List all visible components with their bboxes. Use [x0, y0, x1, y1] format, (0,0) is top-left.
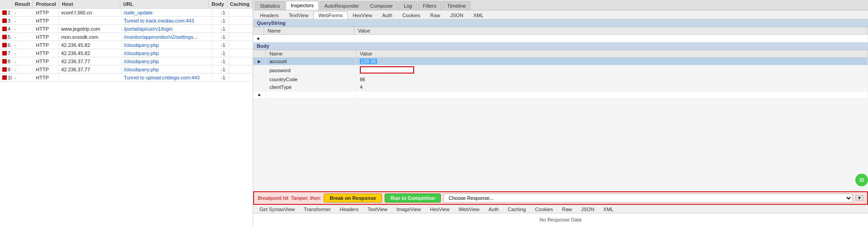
response-tab-headers[interactable]: Headers — [335, 206, 363, 213]
table-row[interactable]: 4 - HTTP www.jegotrip.com /portal/api/us… — [0, 25, 253, 33]
row-url: /cloudquery.php — [122, 58, 212, 65]
row-url: /cloudquery.php — [122, 42, 212, 48]
body-section-label: Body — [253, 42, 868, 50]
row-result: - — [12, 58, 34, 65]
body-table: Name Value ► account 139 35 password cou… — [253, 50, 868, 99]
table-row[interactable]: 9 - HTTP 42.236.37.77 /cloudquery.php -1 — [0, 65, 253, 74]
row-caching — [229, 69, 253, 70]
request-list: 2 - HTTP vconf.f.360.cn /safe_update -1 … — [0, 9, 253, 82]
response-tab-cookies[interactable]: Cookies — [530, 206, 557, 213]
top-tab-inspectors[interactable]: Inspectors — [286, 1, 319, 10]
top-tab-timeline[interactable]: Timeline — [442, 1, 471, 10]
break-on-response-button[interactable]: Break on Response — [324, 194, 382, 203]
row-result: - — [12, 9, 34, 16]
response-tab-get-syntaxview[interactable]: Get SyntaxView — [255, 206, 299, 213]
sub-tab-textview[interactable]: TextView — [284, 11, 314, 19]
sub-tab-auth[interactable]: Auth — [377, 11, 397, 19]
body-table-row[interactable]: ► account 139 35 — [253, 58, 868, 65]
row-icon — [2, 27, 7, 31]
sub-tab-hexview[interactable]: HexView — [348, 11, 377, 19]
row-num: 4 — [8, 26, 10, 32]
no-response-label: No Response Data — [253, 213, 868, 226]
row-result: - — [12, 74, 34, 81]
row-caching — [229, 37, 253, 37]
table-row[interactable]: 3 - HTTP Tunnel to track.mediav.com:443 … — [0, 17, 253, 25]
top-tab-filters[interactable]: Filters — [418, 1, 441, 10]
sub-tab-json[interactable]: JSON — [445, 11, 468, 19]
row-body: -1 — [212, 50, 229, 56]
row-icon — [2, 75, 7, 80]
row-protocol: HTTP — [33, 58, 59, 65]
row-result: - — [12, 42, 34, 48]
row-arrow — [253, 76, 265, 83]
row-arrow — [253, 65, 265, 76]
body-cell-name: account — [265, 58, 356, 65]
response-tab-caching[interactable]: Caching — [503, 206, 530, 213]
querystring-section-label: QueryString — [253, 19, 868, 27]
row-caching — [229, 45, 253, 46]
table-row[interactable]: 8 - HTTP 42.236.37.77 /cloudquery.php -1 — [0, 57, 253, 65]
response-tab-auth[interactable]: Auth — [484, 206, 503, 213]
qs-col-value: Value — [354, 27, 868, 35]
response-tab-raw[interactable]: Raw — [557, 206, 576, 213]
col-header-caching: Caching — [227, 0, 253, 8]
response-tab-json[interactable]: JSON — [576, 206, 599, 213]
row-url: Tunnel to track.mediav.com:443 — [122, 18, 212, 24]
choose-response-dropdown[interactable]: Choose Response... — [443, 194, 853, 203]
row-url: /monitor/appmonitor/v2/settings... — [122, 34, 212, 40]
sub-tab-webforms[interactable]: WebForms — [313, 11, 348, 19]
table-row[interactable]: 7 - HTTP 42.236.45.82 /cloudquery.php -1 — [0, 49, 253, 57]
body-table-row[interactable]: clientType 4 — [253, 83, 868, 91]
sub-tab-cookies[interactable]: Cookies — [397, 11, 425, 19]
row-icon — [2, 51, 7, 55]
row-result: - — [12, 66, 34, 73]
row-protocol: HTTP — [33, 66, 59, 73]
run-to-completion-button[interactable]: Run to Completion — [385, 194, 441, 203]
response-tab-bar: Get SyntaxViewTransformerHeadersTextView… — [253, 205, 868, 213]
top-tab-statistics[interactable]: Statistics — [255, 1, 285, 10]
sub-tab-raw[interactable]: Raw — [425, 11, 445, 19]
response-tab-textview[interactable]: TextView — [363, 206, 392, 213]
sub-tab-xml[interactable]: XML — [468, 11, 489, 19]
body-cell-name: password — [265, 65, 356, 76]
row-body: -1 — [212, 42, 229, 48]
body-add-row[interactable]: ● — [253, 91, 868, 99]
top-tab-log[interactable]: Log — [399, 1, 417, 10]
row-body: -1 — [212, 74, 229, 81]
response-tab-imageview[interactable]: ImageView — [392, 206, 425, 213]
response-tab-webview[interactable]: WebView — [454, 206, 484, 213]
row-num: 7 — [8, 51, 10, 56]
row-host: 42.236.37.77 — [59, 58, 122, 65]
row-result: - — [12, 26, 34, 32]
dropdown-arrow-icon[interactable]: ▼ — [855, 195, 863, 201]
row-num: 9 — [8, 67, 10, 72]
row-result: - — [12, 34, 34, 40]
table-row[interactable]: 5 - HTTP mon.snssdk.com /monitor/appmoni… — [0, 33, 253, 41]
table-row[interactable]: 10 - HTTP Tunnel to upload.cnblogs.com:4… — [0, 74, 253, 82]
body-cell-value — [356, 65, 868, 76]
body-cell-value: 4 — [356, 83, 868, 91]
top-tab-autoresponder[interactable]: AutoResponder — [320, 1, 364, 10]
row-icon — [2, 43, 7, 47]
body-table-row[interactable]: password — [253, 65, 868, 76]
left-panel: Result Protocol Host URL Body Caching 2 … — [0, 0, 253, 226]
body-table-row[interactable]: countryCode 86 — [253, 76, 868, 83]
row-num: 2 — [8, 10, 10, 15]
qs-add-row[interactable]: ● — [253, 35, 868, 42]
response-tab-hexview[interactable]: HexView — [425, 206, 454, 213]
sub-tab-bar: HeadersTextViewWebFormsHexViewAuthCookie… — [253, 10, 868, 19]
response-tab-transformer[interactable]: Transformer — [299, 206, 335, 213]
row-caching — [229, 61, 253, 62]
table-row[interactable]: 2 - HTTP vconf.f.360.cn /safe_update -1 — [0, 9, 253, 17]
row-caching — [229, 53, 253, 54]
row-body: -1 — [212, 34, 229, 40]
table-row[interactable]: 6 - HTTP 42.236.45.82 /cloudquery.php -1 — [0, 41, 253, 49]
top-tab-composer[interactable]: Composer — [365, 1, 398, 10]
col-header-protocol: Protocol — [33, 0, 59, 8]
response-tab-xml[interactable]: XML — [599, 206, 618, 213]
row-host — [59, 20, 122, 21]
row-host: www.jegotrip.com — [59, 26, 122, 32]
sub-tab-headers[interactable]: Headers — [255, 11, 284, 19]
row-result: - — [12, 18, 34, 24]
row-url: Tunnel to upload.cnblogs.com:443 — [122, 74, 212, 81]
